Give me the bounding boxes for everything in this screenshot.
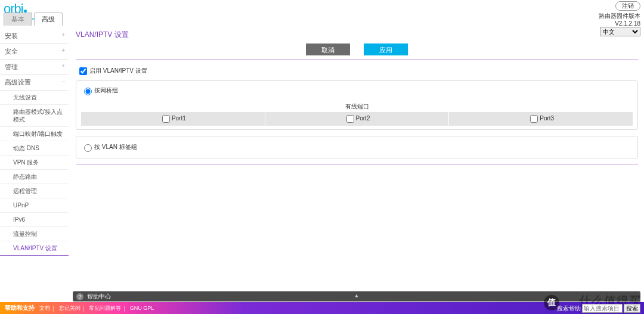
enable-vlan-iptv-checkbox[interactable]: 启用 VLAN/IPTV 设置: [77, 67, 147, 74]
ports-header: 有线端口: [81, 101, 633, 112]
footer-link-2[interactable]: 忘记关闭: [59, 304, 80, 312]
help-search: 搜索帮助 搜索: [557, 304, 640, 313]
sidebar-sub-traffic[interactable]: 流量控制: [0, 227, 69, 241]
sidebar-sub-vpn[interactable]: VPN 服务: [0, 156, 69, 170]
footer-lead: 帮助和支持: [5, 304, 35, 312]
firmware-version: V2.1.2.18: [599, 20, 640, 27]
divider: [76, 164, 638, 165]
tab-advanced[interactable]: 高级: [34, 13, 63, 26]
sidebar-sub-vlan-iptv[interactable]: VLAN/IPTV 设置: [0, 241, 69, 256]
footer-link-faq[interactable]: 常见问题解答: [89, 304, 121, 312]
radio-by-vlan-tag-input[interactable]: [84, 144, 92, 152]
port2-checkbox[interactable]: Port2: [344, 115, 370, 122]
expand-icon: +: [61, 32, 65, 38]
vlan-tag-panel: 按 VLAN 标签组: [76, 136, 638, 158]
tab-basic[interactable]: 基本: [4, 13, 32, 26]
divider: [76, 59, 638, 60]
enable-vlan-iptv-input[interactable]: [79, 67, 87, 75]
cancel-button[interactable]: 取消: [306, 43, 350, 55]
main-content: VLAN/IPTV 设置 取消 应用 启用 VLAN/IPTV 设置 按网桥组 …: [69, 25, 644, 293]
chevron-up-icon[interactable]: ▲: [354, 293, 360, 299]
help-icon: ?: [76, 293, 83, 300]
apply-button[interactable]: 应用: [364, 43, 408, 55]
help-search-input[interactable]: [582, 304, 623, 313]
sidebar-sub-upnp[interactable]: UPnP: [0, 198, 69, 213]
collapse-icon: –: [61, 78, 65, 85]
help-center-label: 帮助中心: [87, 293, 111, 301]
footer-link-gpl[interactable]: GNU GPL: [130, 305, 154, 311]
radio-by-bridge-input[interactable]: [84, 88, 92, 95]
sidebar-sub-remote[interactable]: 远程管理: [0, 184, 69, 198]
sidebar-sub-wireless[interactable]: 无线设置: [0, 91, 69, 105]
sidebar-item-advanced[interactable]: 高级设置–: [0, 75, 69, 91]
footer-link-docs[interactable]: 文档: [39, 304, 50, 312]
port3-checkbox[interactable]: Port3: [528, 115, 554, 122]
expand-icon: +: [61, 63, 65, 69]
sidebar-item-install[interactable]: 安装+: [0, 29, 69, 44]
bridge-group-panel: 按网桥组 有线端口 Port1 Port2 Port3: [76, 80, 638, 130]
sidebar-sub-apmode[interactable]: 路由器模式/接入点模式: [0, 105, 69, 127]
language-select[interactable]: 中文: [600, 27, 640, 36]
sidebar-sub-portforward[interactable]: 端口映射/端口触发: [0, 127, 69, 141]
sidebar-sub-staticroute[interactable]: 静态路由: [0, 170, 69, 184]
help-search-label: 搜索帮助: [557, 304, 581, 313]
sidebar-item-admin[interactable]: 管理+: [0, 60, 69, 75]
firmware-label: 路由器固件版本: [599, 12, 640, 20]
sidebar-item-security[interactable]: 安全+: [0, 44, 69, 60]
sidebar-sub-ipv6[interactable]: IPv6: [0, 213, 69, 227]
expand-icon: +: [61, 47, 65, 54]
radio-by-vlan-tag[interactable]: 按 VLAN 标签组: [81, 144, 137, 150]
sidebar: 安装+ 安全+ 管理+ 高级设置– 无线设置 路由器模式/接入点模式 端口映射/…: [0, 25, 69, 293]
page-title: VLAN/IPTV 设置: [76, 29, 638, 43]
radio-by-bridge[interactable]: 按网桥组: [81, 87, 118, 94]
port1-checkbox[interactable]: Port1: [160, 115, 186, 122]
sidebar-sub-ddns[interactable]: 动态 DNS: [0, 141, 69, 156]
logout-button[interactable]: 注销: [615, 1, 640, 11]
help-search-button[interactable]: 搜索: [624, 304, 640, 313]
